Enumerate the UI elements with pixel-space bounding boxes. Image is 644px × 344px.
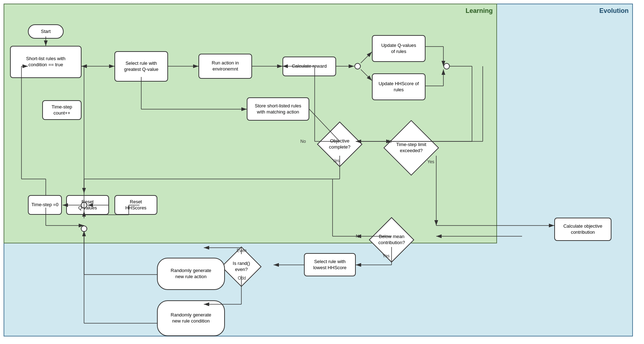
update-qvalues-label: Update Q-valuesof rules [381,43,416,55]
yes-label-ts: Yes [427,159,434,164]
run-action-label: Run action inenvironemnt [212,60,239,72]
timestep-zero-label: Time-step =0 [31,202,59,208]
gen-condition-node: Randomly generatenew rule condition [157,300,225,336]
circle-connector-3 [81,202,87,208]
gen-action-label: Randomly generatenew rule action [171,268,211,280]
is-rand-even-label: Is rand() even? [228,261,255,273]
update-qvalues-node: Update Q-valuesof rules [372,35,426,62]
yes-label-below-mean: Yes [383,253,390,258]
timestep-zero-node: Time-step =0 [28,195,62,215]
update-hhscore-label: Update HHScore ofrules [379,81,419,93]
no-label-ts: No [386,139,392,144]
timestep-count-node: Time-stepcount++ [42,100,82,120]
odd-label: Odd [238,276,246,281]
no-label-below-mean: No [356,234,361,239]
run-action-node: Run action inenvironemnt [198,54,252,79]
start-label: Start [41,29,50,35]
calc-reward-label: Calculate reward [292,63,327,69]
select-lowest-node: Select rule withlowest HHScore [304,253,356,276]
circle-connector-2 [443,63,450,69]
calc-obj-contribution-node: Calculate objectivecontribution [554,218,611,241]
even-label: Even [237,248,246,253]
calc-obj-contribution-label: Calculate objectivecontribution [563,223,602,236]
no-label-obj: No [300,139,306,144]
store-shortlisted-node: Store short-listed ruleswith matching ac… [247,97,309,121]
start-node: Start [28,24,64,39]
select-greatest-label: Select rule withgreatest Q-value [124,60,158,73]
yes-label-obj: Yes [333,158,340,163]
shortlist-label: Short-list rules withcondition == true [26,56,65,68]
circle-connector-4 [81,226,87,232]
diagram-canvas: Start Short-list rules withcondition == … [4,4,640,340]
select-lowest-label: Select rule withlowest HHScore [313,259,346,271]
timestep-limit-diamond: Time-step limitexceeded? [383,120,439,176]
store-shortlisted-label: Store short-listed ruleswith matching ac… [255,103,301,115]
timestep-limit-label: Time-step limitexceeded? [396,142,426,154]
below-mean-label: Below meancontribution? [378,234,405,246]
gen-condition-label: Randomly generatenew rule condition [171,312,211,324]
update-hhscore-node: Update HHScore ofrules [372,73,426,100]
reset-hhscores-label: ResetHHScores [125,199,146,211]
reset-qvalues-node: ResetQ-values [66,195,109,215]
timestep-count-label: Time-stepcount++ [51,104,72,116]
objective-complete-label: Objectivecomplete? [329,138,350,150]
calc-reward-node: Calculate reward [282,57,336,76]
circle-connector-1 [354,63,361,69]
shortlist-node: Short-list rules withcondition == true [10,46,82,78]
select-greatest-node: Select rule withgreatest Q-value [114,51,168,82]
gen-action-node: Randomly generatenew rule action [157,258,225,290]
below-mean-diamond: Below meancontribution? [369,217,414,262]
reset-hhscores-node: ResetHHScores [114,195,157,215]
objective-complete-diamond: Objectivecomplete? [317,121,362,167]
